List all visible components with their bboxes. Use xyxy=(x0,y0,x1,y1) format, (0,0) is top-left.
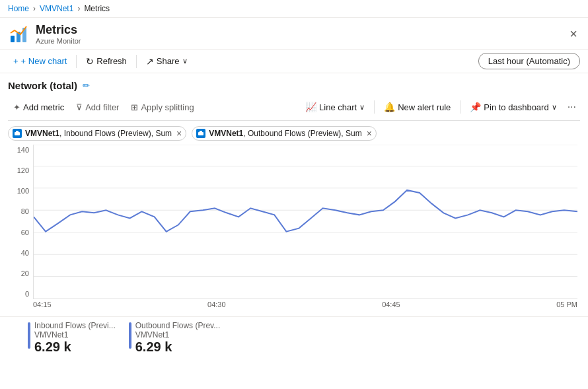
page-subtitle: Azure Monitor xyxy=(36,37,81,45)
breadcrumb-vm[interactable]: VMVNet1 xyxy=(40,4,73,13)
chart-area: 0 20 40 60 80 100 120 140 xyxy=(8,145,580,316)
time-range-button[interactable]: Last hour (Automatic) xyxy=(478,53,580,69)
split-icon: ⊞ xyxy=(131,102,138,112)
tag-inbound-close[interactable]: × xyxy=(175,129,182,138)
legend-outbound-sublabel: VMVNet1 xyxy=(135,330,221,339)
legend-inbound-sublabel: VMVNet1 xyxy=(34,330,116,339)
add-metric-button[interactable]: ✦ Add metric xyxy=(8,100,69,115)
breadcrumb-home[interactable]: Home xyxy=(8,4,29,13)
x-label-0445: 04:45 xyxy=(382,301,400,308)
y-label-80: 80 xyxy=(8,207,32,215)
refresh-icon: ↻ xyxy=(86,56,94,67)
y-label-140: 140 xyxy=(8,146,32,154)
new-chart-button[interactable]: + + New chart xyxy=(8,53,72,69)
x-label-05pm: 05 PM xyxy=(556,301,577,308)
svg-rect-0 xyxy=(11,36,15,42)
legend-inbound-label: Inbound Flows (Previ... xyxy=(34,321,116,330)
tag-vm-icon xyxy=(13,129,22,138)
line-chart-button[interactable]: 📈 Line chart ∨ xyxy=(300,99,370,115)
apply-splitting-button[interactable]: ⊞ Apply splitting xyxy=(126,100,199,115)
breadcrumb-page: Metrics xyxy=(84,4,110,13)
svg-rect-4 xyxy=(16,131,18,133)
y-label-20: 20 xyxy=(8,269,32,277)
add-metric-icon: ✦ xyxy=(13,102,20,112)
y-label-100: 100 xyxy=(8,187,32,195)
line-chart-chevron-icon: ∨ xyxy=(359,103,365,112)
y-label-60: 60 xyxy=(8,229,32,236)
legend-inbound-value: 6.29 k xyxy=(34,339,116,355)
share-chevron-icon: ∨ xyxy=(182,57,188,65)
share-button[interactable]: ↗ Share ∨ xyxy=(141,53,193,69)
refresh-button[interactable]: ↻ Refresh xyxy=(81,53,132,69)
metrics-icon xyxy=(8,24,29,45)
filter-icon: ⊽ xyxy=(76,102,83,112)
y-label-0: 0 xyxy=(8,290,32,298)
add-filter-button[interactable]: ⊽ Add filter xyxy=(71,100,124,115)
new-alert-rule-button[interactable]: 🔔 New alert rule xyxy=(379,99,456,115)
tag-inbound: VMVNet1, Inbound Flows (Preview), Sum × xyxy=(8,126,186,141)
line-chart-icon: 📈 xyxy=(305,102,316,112)
svg-rect-6 xyxy=(200,131,202,133)
breadcrumb-sep2: › xyxy=(77,4,80,13)
plus-icon: + xyxy=(13,56,18,66)
chart-title: Network (total) xyxy=(8,80,77,91)
alert-icon: 🔔 xyxy=(384,102,395,112)
tag-vm-icon2 xyxy=(196,129,205,138)
page-title: Metrics xyxy=(36,23,81,37)
tag-outbound: VMVNet1, Outbound Flows (Preview), Sum × xyxy=(192,126,377,141)
more-options-button[interactable]: ··· xyxy=(564,100,580,114)
pin-chevron-icon: ∨ xyxy=(552,103,557,112)
chart-svg xyxy=(34,145,577,299)
legend-inbound: Inbound Flows (Previ... VMVNet1 6.29 k xyxy=(28,321,116,355)
legend-outbound-label: Outbound Flows (Prev... xyxy=(135,321,221,330)
breadcrumb-sep1: › xyxy=(33,4,36,13)
pin-dashboard-button[interactable]: 📌 Pin to dashboard ∨ xyxy=(464,99,562,115)
legend-outbound: Outbound Flows (Prev... VMVNet1 6.29 k xyxy=(129,321,221,355)
x-label-0430: 04:30 xyxy=(207,301,226,308)
tag-outbound-close[interactable]: × xyxy=(365,129,372,138)
legend-outbound-value: 6.29 k xyxy=(135,339,221,355)
share-icon: ↗ xyxy=(146,56,154,67)
edit-icon[interactable]: ✏ xyxy=(83,81,90,90)
y-label-120: 120 xyxy=(8,166,32,174)
close-button[interactable]: × xyxy=(567,24,580,44)
pin-icon: 📌 xyxy=(470,102,481,112)
y-label-40: 40 xyxy=(8,249,32,257)
x-label-0415: 04:15 xyxy=(33,301,52,308)
